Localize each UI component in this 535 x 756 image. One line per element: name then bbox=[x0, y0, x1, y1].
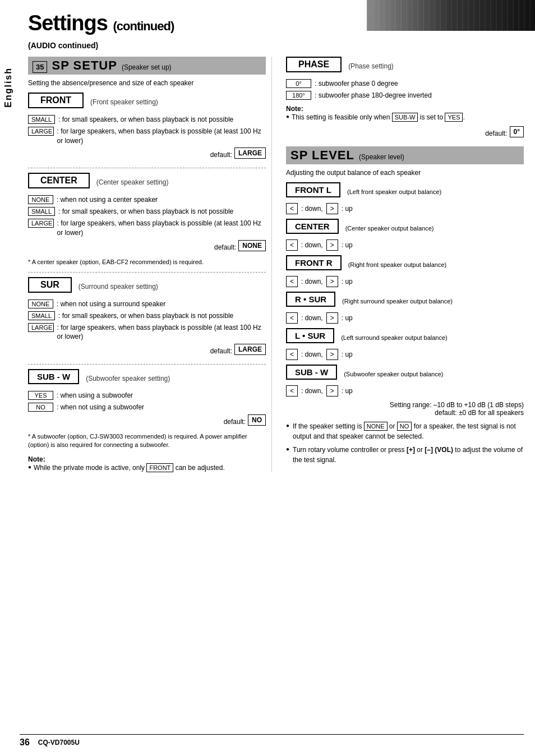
subw-sp-down-btn[interactable]: < bbox=[286, 385, 298, 397]
front-l-down-btn[interactable]: < bbox=[286, 203, 298, 214]
left-note-item-1: While the private mode is active, only F… bbox=[28, 463, 266, 473]
front-r-controls: < : down, > : up bbox=[286, 276, 524, 287]
sur-none-tag: NONE bbox=[28, 299, 53, 308]
right-bullet-1: If the speaker setting is NONE or NO for… bbox=[286, 421, 524, 441]
sur-option-large: LARGE : for large speakers, when bass pl… bbox=[28, 323, 266, 342]
l-sur-down-btn[interactable]: < bbox=[286, 349, 298, 360]
header-decoration bbox=[367, 0, 535, 31]
subw-sp-up-btn[interactable]: > bbox=[326, 385, 338, 397]
center-subsection: CENTER (Center speaker setting) NONE : w… bbox=[28, 173, 266, 266]
phase-header: PHASE (Phase setting) bbox=[286, 57, 524, 76]
phase-default-label: default: bbox=[485, 130, 507, 137]
r-sur-up-btn[interactable]: > bbox=[326, 312, 338, 324]
center-option-none: NONE : when not using a center speaker bbox=[28, 195, 266, 205]
sur-subsection-header: SUR (Surround speaker setting) bbox=[28, 277, 266, 296]
phase-note-title: Note: bbox=[286, 105, 524, 113]
subw-option-yes: YES : when using a subwoofer bbox=[28, 391, 266, 400]
sur-small-desc: : for small speakers, or when bass playb… bbox=[58, 311, 233, 321]
sur-subsection: SUR (Surround speaker setting) NONE : wh… bbox=[28, 277, 266, 358]
subw-sp-desc: (Subwoofer speaker output balance) bbox=[344, 371, 443, 377]
front-desc: (Front speaker setting) bbox=[90, 98, 158, 106]
sur-option-none: NONE : when not using a surround speaker bbox=[28, 299, 266, 309]
subw-sp-down-label: : down, bbox=[301, 387, 323, 395]
l-sur-controls: < : down, > : up bbox=[286, 349, 524, 360]
center-sp-desc: (Center speaker output balance) bbox=[345, 225, 434, 232]
front-default: default: LARGE bbox=[28, 147, 266, 162]
center-sp-down-label: : down, bbox=[301, 241, 323, 249]
language-label: English bbox=[3, 67, 13, 108]
title-text: Settings bbox=[28, 11, 108, 35]
english-sidebar: English bbox=[0, 0, 17, 756]
page-number: 36 bbox=[20, 737, 30, 748]
sp-setup-header: 35 SP SETUP (Speaker set up) bbox=[28, 57, 266, 75]
sur-large-desc: : for large speakers, when bass playback… bbox=[57, 323, 266, 342]
subw-default-label: default: bbox=[224, 418, 246, 426]
l-sur-up-btn[interactable]: > bbox=[326, 349, 338, 360]
sp-level-l-sur: L • SUR (Left surround speaker output ba… bbox=[286, 328, 524, 360]
front-subsection-header: FRONT (Front speaker setting) bbox=[28, 93, 266, 112]
sp-level-sub-w: SUB - W (Subwoofer speaker output balanc… bbox=[286, 365, 524, 397]
phase-subtitle: (Phase setting) bbox=[348, 62, 394, 70]
sur-default-value: LARGE bbox=[234, 344, 266, 355]
sp-setup-desc: Setting the absence/presence and size of… bbox=[28, 79, 266, 87]
front-inline-box: FRONT bbox=[146, 463, 173, 472]
front-r-up-btn[interactable]: > bbox=[326, 276, 338, 287]
sp-setup-title: SP SETUP bbox=[52, 58, 117, 73]
center-sp-up-btn[interactable]: > bbox=[326, 239, 338, 251]
range-text: Setting range: –10 dB to +10 dB (1 dB st… bbox=[286, 401, 524, 409]
front-l-desc: (Left front speaker output balance) bbox=[347, 188, 441, 195]
center-large-tag: LARGE bbox=[28, 219, 54, 228]
front-small-tag: SMALL bbox=[28, 115, 55, 124]
subw-sp-up-label: : up bbox=[342, 387, 353, 395]
front-l-down-label: : down, bbox=[301, 205, 323, 213]
front-r-up-label: : up bbox=[342, 278, 353, 285]
yes-inline-box: YES bbox=[445, 113, 463, 122]
subw-sp-controls: < : down, > : up bbox=[286, 385, 524, 397]
no-inline-box: NO bbox=[397, 422, 412, 431]
center-sp-down-btn[interactable]: < bbox=[286, 239, 298, 251]
page-footer: 36 CQ-VD7005U bbox=[20, 734, 524, 748]
front-r-down-label: : down, bbox=[301, 278, 323, 285]
sur-small-tag: SMALL bbox=[28, 311, 55, 320]
phase-note: Note: This setting is feasible only when… bbox=[286, 105, 524, 122]
sur-default: default: LARGE bbox=[28, 344, 266, 358]
subw-label: SUB - W bbox=[28, 369, 79, 384]
front-r-desc: (Right front speaker output balance) bbox=[348, 261, 447, 268]
l-sur-up-label: : up bbox=[342, 351, 353, 358]
audio-continued-label: (AUDIO continued) bbox=[28, 41, 524, 50]
center-sp-label: CENTER bbox=[286, 219, 339, 234]
r-sur-down-btn[interactable]: < bbox=[286, 312, 298, 324]
sp-level-subtitle: (Speaker level) bbox=[359, 153, 404, 161]
none-inline-box: NONE bbox=[364, 422, 388, 431]
sur-option-small: SMALL : for small speakers, or when bass… bbox=[28, 311, 266, 321]
left-column: 35 SP SETUP (Speaker set up) Setting the… bbox=[28, 57, 272, 472]
center-sp-up-label: : up bbox=[342, 241, 353, 249]
front-default-value: LARGE bbox=[234, 147, 266, 159]
subw-inline-box: SUB-W bbox=[392, 113, 418, 122]
sur-large-tag: LARGE bbox=[28, 323, 54, 332]
front-label: FRONT bbox=[28, 93, 84, 108]
sp-level-desc: Adjusting the output balance of each spe… bbox=[286, 169, 524, 177]
range-info: Setting range: –10 dB to +10 dB (1 dB st… bbox=[286, 401, 524, 417]
front-r-down-btn[interactable]: < bbox=[286, 276, 298, 287]
front-large-tag: LARGE bbox=[28, 127, 54, 136]
phase-default-value: 0° bbox=[510, 126, 524, 137]
sp-level-center: CENTER (Center speaker output balance) <… bbox=[286, 219, 524, 251]
r-sur-up-label: : up bbox=[342, 314, 353, 322]
front-l-controls: < : down, > : up bbox=[286, 203, 524, 214]
l-sur-desc: (Left surround speaker output balance) bbox=[341, 334, 448, 341]
subw-subsection: SUB - W (Subwoofer speaker setting) YES … bbox=[28, 369, 266, 449]
center-option-small: SMALL : for small speakers, or when bass… bbox=[28, 207, 266, 216]
phase-default: default: 0° bbox=[286, 126, 524, 141]
front-l-label: FRONT L bbox=[286, 182, 340, 197]
front-small-desc: : for small speakers, or when bass playb… bbox=[58, 115, 233, 125]
left-note-section: Note: While the private mode is active, … bbox=[28, 455, 266, 473]
center-desc: (Center speaker setting) bbox=[96, 178, 169, 186]
front-l-up-btn[interactable]: > bbox=[326, 203, 338, 214]
subw-yes-desc: : when using a subwoofer bbox=[57, 391, 133, 400]
subw-sp-label: SUB - W bbox=[286, 365, 337, 380]
sp-level-header: SP LEVEL (Speaker level) bbox=[286, 146, 524, 164]
center-small-tag: SMALL bbox=[28, 207, 55, 216]
center-option-large: LARGE : for large speakers, when bass pl… bbox=[28, 219, 266, 238]
sp-level-front-r: FRONT R (Right front speaker output bala… bbox=[286, 255, 524, 287]
